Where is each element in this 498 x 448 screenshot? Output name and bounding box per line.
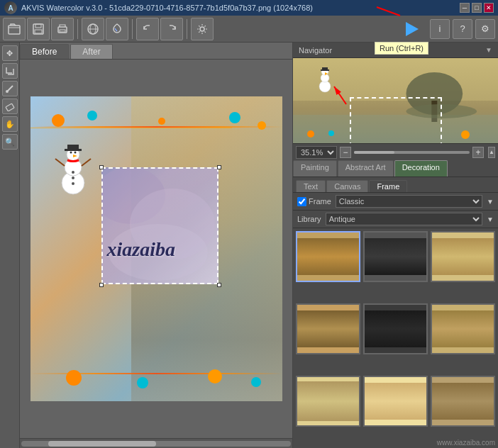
run-button[interactable] — [397, 18, 426, 40]
separator-1 — [77, 19, 78, 39]
sel-handle-bl[interactable] — [99, 283, 104, 287]
sub-tab-canvas[interactable]: Canvas — [326, 180, 368, 192]
zoom-slider[interactable] — [354, 151, 470, 154]
frame-grid[interactable] — [293, 228, 498, 448]
open-tool[interactable] — [3, 18, 26, 40]
circle-teal-1 — [87, 111, 97, 121]
watermark: www.xiazaiba.com — [437, 439, 495, 447]
svg-point-16 — [70, 152, 72, 154]
sel-handle-tr[interactable] — [217, 165, 221, 169]
navigator-viewport[interactable] — [350, 97, 442, 143]
main-area: ✥ ✋ 🔍 Before After — [0, 43, 498, 448]
minimize-button[interactable]: ─ — [460, 3, 470, 13]
tab-after[interactable]: After — [70, 44, 112, 59]
tab-painting[interactable]: Painting — [293, 160, 337, 177]
app-logo: A — [4, 1, 17, 14]
settings-tool[interactable] — [191, 18, 214, 40]
frame-thumb-5[interactable] — [363, 303, 428, 354]
frame-checkbox[interactable] — [297, 197, 306, 206]
zoom-select[interactable]: 35.1% 50% 100% — [296, 146, 337, 159]
panel-tabs: Painting Abstract Art Decoration — [293, 160, 498, 177]
circle-orange-b1 — [66, 370, 82, 386]
frame-thumb-1[interactable] — [296, 231, 360, 282]
close-button[interactable]: ✕ — [484, 3, 494, 13]
tab-before[interactable]: Before — [20, 44, 69, 59]
svg-point-9 — [200, 27, 204, 31]
painting-container: xiazaiba — [31, 96, 282, 401]
maximize-button[interactable]: □ — [472, 3, 482, 13]
svg-rect-19 — [65, 149, 82, 151]
paint-tool[interactable] — [106, 18, 128, 40]
canvas-tabs: Before After — [20, 43, 292, 60]
circle-orange-3 — [258, 121, 266, 130]
help-button[interactable]: ? — [453, 19, 472, 39]
undo-tool[interactable] — [136, 18, 159, 40]
watercolor-effect-box — [101, 167, 218, 284]
nav-dot-3 — [461, 130, 470, 139]
zoom-out-button[interactable]: − — [340, 147, 351, 158]
frame-thumb-3[interactable] — [431, 231, 495, 282]
zoom-tool[interactable]: 🔍 — [2, 134, 18, 150]
svg-point-24 — [72, 182, 74, 185]
right-scroll-up[interactable]: ▲ — [488, 147, 495, 158]
frame-label-text: Frame — [309, 197, 331, 206]
library-select[interactable]: Antique Modern Classic — [326, 213, 482, 225]
navigator-bg — [293, 58, 498, 143]
frame-checkbox-label[interactable]: Frame — [297, 197, 331, 206]
svg-point-11 — [6, 90, 9, 93]
library-row: Library Antique Modern Classic ▼ — [293, 211, 498, 228]
separator-2 — [132, 19, 133, 39]
save-tool[interactable] — [27, 18, 50, 40]
painting-text: xiazaiba — [107, 238, 175, 261]
svg-line-21 — [82, 159, 91, 166]
circle-teal-b2 — [251, 377, 261, 387]
eraser-tool[interactable] — [2, 99, 18, 114]
frame-thumb-2[interactable] — [363, 231, 428, 282]
deco-line-2 — [31, 128, 232, 128]
svg-line-20 — [55, 159, 65, 166]
canvas-hscrollbar[interactable] — [20, 438, 292, 448]
zoom-in-button[interactable]: + — [472, 147, 484, 158]
tab-decoration[interactable]: Decoration — [394, 160, 448, 177]
brush-tool[interactable] — [2, 81, 18, 96]
hand-tool[interactable]: ✋ — [2, 116, 18, 132]
sub-tab-frame[interactable]: Frame — [369, 180, 407, 192]
svg-rect-12 — [5, 103, 13, 111]
crop-tool[interactable] — [2, 63, 18, 79]
right-panel: Navigator ▼ — [292, 43, 498, 448]
svg-rect-3 — [35, 30, 42, 33]
library-label: Library — [297, 215, 321, 223]
circle-orange-1 — [52, 114, 65, 127]
frame-options-row: Frame Classic Modern ▼ — [293, 193, 498, 211]
sel-handle-tl[interactable] — [99, 165, 104, 169]
svg-marker-10 — [406, 22, 419, 36]
circle-teal-2 — [229, 112, 240, 123]
frame-thumb-8[interactable] — [363, 376, 428, 427]
zoom-row: 35.1% 50% 100% − + ▲ — [293, 143, 498, 160]
run-tooltip: Run (Ctrl+R) — [375, 42, 428, 55]
redo-tool[interactable] — [160, 18, 183, 40]
frame-style-select[interactable]: Classic Modern — [336, 195, 482, 208]
canvas-content[interactable]: xiazaiba — [20, 60, 292, 438]
frame-thumb-6[interactable] — [431, 303, 495, 354]
frame-thumb-7[interactable] — [296, 376, 360, 427]
left-toolbar: ✥ ✋ 🔍 — [0, 43, 20, 448]
sel-handle-br[interactable] — [217, 283, 221, 287]
frame-thumb-9[interactable] — [431, 376, 495, 427]
print-tool[interactable] — [51, 18, 74, 40]
title-text: AKVIS Watercolor v.3.0 - 51cda229-0710-4… — [21, 4, 313, 12]
svg-rect-0 — [9, 26, 20, 34]
move-tool[interactable]: ✥ — [2, 45, 18, 61]
nav-dot-1 — [307, 130, 314, 138]
nav-dot-2 — [328, 130, 334, 136]
svg-rect-5 — [60, 30, 65, 32]
sub-tab-text[interactable]: Text — [296, 180, 326, 192]
painting-background: xiazaiba — [31, 96, 282, 401]
tab-abstract-art[interactable]: Abstract Art — [338, 160, 394, 177]
options-button[interactable]: ⚙ — [475, 19, 495, 39]
library-dropdown-arrow: ▼ — [487, 215, 494, 223]
web-tool[interactable] — [82, 18, 104, 40]
info-button[interactable]: i — [430, 19, 450, 39]
frame-thumb-4[interactable] — [296, 303, 360, 354]
title-bar: A AKVIS Watercolor v.3.0 - 51cda229-0710… — [0, 0, 498, 16]
